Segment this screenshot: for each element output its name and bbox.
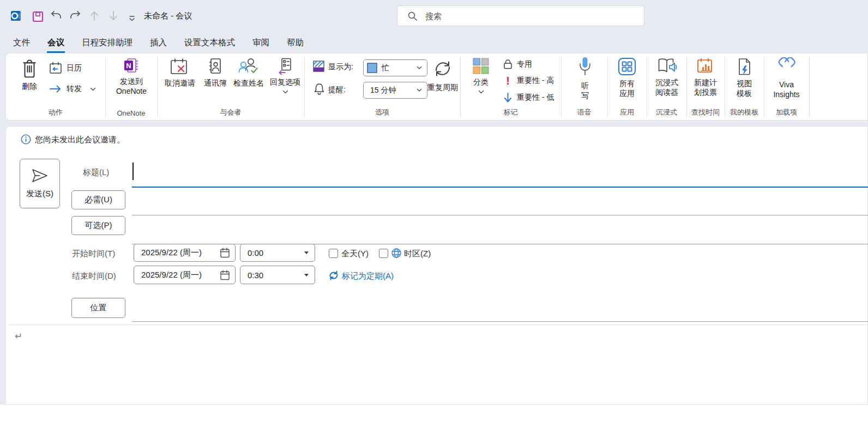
calendar-button[interactable]: 日历 — [49, 61, 82, 75]
ribbon-group-immersive: 沉浸式 阅读器 沉浸式 — [647, 53, 686, 120]
redo-button[interactable] — [68, 9, 82, 23]
check-names-icon — [238, 57, 260, 76]
address-book-icon — [208, 57, 223, 76]
recurrence-icon — [431, 57, 454, 80]
onenote-icon: N — [123, 57, 140, 74]
reminder-dropdown[interactable]: 15 分钟 — [363, 82, 427, 99]
chevron-down-icon — [90, 87, 96, 91]
group-label-attendees: 与会者 — [157, 107, 304, 117]
end-date-picker[interactable]: 2025/9/22 (周一) — [134, 266, 236, 284]
info-message: 您尚未发出此会议邀请。 — [35, 135, 125, 145]
save-button[interactable] — [31, 9, 45, 23]
categorize-button[interactable]: 分类 — [466, 57, 496, 94]
timezone-checkbox[interactable] — [379, 249, 388, 258]
group-label-apps: 应用 — [607, 107, 647, 117]
end-time-dropdown[interactable]: 0:30 — [240, 266, 315, 284]
location-input[interactable] — [132, 299, 868, 321]
low-importance-button[interactable]: 重要性 - 低 — [503, 92, 554, 104]
location-label: 位置 — [91, 303, 107, 313]
required-label: 必需(U) — [85, 195, 112, 205]
viva-insights-button[interactable]: Viva Insights — [768, 57, 805, 99]
customize-toolbar-icon[interactable] — [125, 11, 139, 26]
busy-status-swatch — [367, 63, 377, 73]
start-date-value: 2025/9/22 (周一) — [141, 248, 202, 258]
date-picker-icon[interactable] — [220, 269, 230, 281]
all-day-checkbox[interactable] — [329, 249, 338, 258]
text-cursor — [132, 163, 134, 180]
search-input[interactable] — [424, 11, 623, 21]
start-date-picker[interactable]: 2025/9/22 (周一) — [134, 244, 236, 262]
cancel-invitation-button[interactable]: 取消邀请 — [161, 57, 198, 88]
view-templates-button[interactable]: 视图 模板 — [729, 57, 760, 98]
trash-icon — [20, 57, 39, 79]
outlook-logo-icon — [9, 9, 23, 23]
send-to-onenote-button[interactable]: N 发送到 OneNote — [111, 57, 152, 96]
show-as-dropdown[interactable]: 忙 — [363, 59, 427, 76]
high-importance-button[interactable]: ! 重要性 - 高 — [503, 75, 554, 87]
ribbon-group-options: 显示为: 忙 提醒: 15 分钟 — [304, 53, 460, 120]
tab-insert[interactable]: 插入 — [149, 32, 167, 53]
make-recurring-link[interactable]: 标记为定期(A) — [342, 271, 394, 281]
tab-format-text[interactable]: 设置文本格式 — [184, 32, 236, 53]
scheduling-poll-button[interactable]: 新建计 划投票 — [688, 57, 723, 97]
low-importance-label: 重要性 - 低 — [517, 93, 554, 103]
ribbon: 删除 日历 转发 动作 — [5, 53, 868, 121]
tab-help[interactable]: 帮助 — [286, 32, 304, 53]
start-time-value: 0:00 — [248, 248, 263, 257]
recurrence-button[interactable]: 重复周期 — [425, 57, 460, 93]
undo-button[interactable] — [49, 9, 63, 23]
timezone-label: 时区(Z) — [404, 249, 431, 259]
message-body[interactable]: ↵ — [15, 331, 865, 401]
group-label-addins: 加载项 — [764, 107, 809, 117]
tab-meeting[interactable]: 会议 — [47, 32, 65, 53]
scheduling-poll-label: 新建计 划投票 — [694, 77, 717, 97]
chevron-down-icon — [417, 88, 422, 92]
forward-button[interactable]: 转发 — [49, 83, 96, 95]
body-divider — [9, 325, 868, 325]
all-apps-button[interactable]: 所有 应用 — [612, 57, 642, 98]
date-picker-icon[interactable] — [220, 247, 230, 259]
dictate-label: 听 写 — [581, 81, 589, 100]
required-attendees-input[interactable] — [132, 191, 868, 213]
send-icon — [31, 168, 49, 183]
search-box[interactable] — [397, 5, 644, 26]
dropdown-arrow-icon[interactable] — [304, 251, 309, 254]
dictate-button[interactable]: 听 写 — [570, 56, 600, 100]
optional-attendees-button[interactable]: 可选(P) — [71, 216, 125, 235]
body-return-char: ↵ — [15, 331, 22, 341]
delete-button[interactable]: 删除 — [15, 57, 44, 92]
tab-scheduling-assistant[interactable]: 日程安排助理 — [81, 32, 133, 53]
immersive-reader-icon — [656, 57, 677, 75]
reminder-bell-icon — [314, 82, 325, 96]
location-button[interactable]: 位置 — [71, 298, 125, 318]
address-book-label: 通讯簿 — [204, 79, 227, 88]
group-label-voice: 语音 — [561, 107, 607, 117]
title-input[interactable] — [132, 161, 868, 187]
private-label: 专用 — [517, 59, 532, 69]
ribbon-group-addins: Viva Insights 加载项 — [764, 53, 809, 120]
tab-review[interactable]: 审阅 — [252, 32, 270, 53]
group-label-options: 选项 — [304, 107, 460, 117]
immersive-reader-button[interactable]: 沉浸式 阅读器 — [649, 57, 684, 97]
response-options-button[interactable]: 回复选项 — [267, 57, 303, 94]
outlook-meeting-window: 未命名 - 会议 文件 会议 日程安排助理 插入 设置文本格式 审阅 帮助 删除 — [0, 0, 868, 438]
optional-attendees-input[interactable] — [132, 218, 868, 241]
private-button[interactable]: 专用 — [503, 58, 532, 70]
move-up-button[interactable] — [87, 9, 101, 23]
end-time-label: 结束时间(D) — [72, 271, 116, 281]
show-as-label: 显示为: — [328, 62, 353, 72]
ribbon-group-attendees: 取消邀请 通讯簿 检查姓名 回复选项 — [157, 53, 304, 120]
group-label-my-templates: 我的模板 — [725, 107, 764, 117]
start-time-dropdown[interactable]: 0:00 — [240, 244, 315, 262]
tab-file[interactable]: 文件 — [13, 32, 31, 53]
required-attendees-button[interactable]: 必需(U) — [71, 190, 125, 209]
end-date-value: 2025/9/22 (周一) — [141, 270, 202, 280]
send-button[interactable]: 发送(S) — [20, 159, 60, 208]
check-names-button[interactable]: 检查姓名 — [231, 57, 266, 88]
forward-label: 转发 — [67, 84, 82, 94]
response-options-icon — [278, 57, 293, 75]
dropdown-arrow-icon[interactable] — [304, 274, 309, 277]
all-day-label: 全天(Y) — [341, 249, 369, 259]
address-book-button[interactable]: 通讯簿 — [202, 57, 229, 88]
move-down-button[interactable] — [106, 9, 120, 23]
